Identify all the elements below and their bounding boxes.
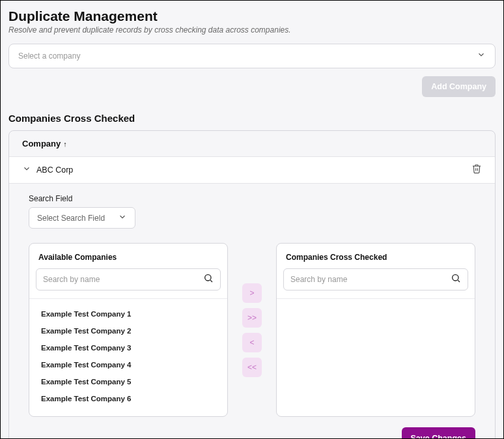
transfer-buttons: > >> < << — [242, 243, 262, 417]
move-all-right-button[interactable]: >> — [242, 308, 262, 328]
available-panel: Available Companies Example Test Company… — [29, 243, 228, 417]
list-item[interactable]: Example Test Company 2 — [29, 322, 227, 339]
chevron-down-icon[interactable] — [22, 164, 31, 176]
trash-icon[interactable] — [471, 163, 482, 177]
search-field-label: Search Field — [29, 194, 475, 203]
move-all-left-button[interactable]: << — [242, 358, 262, 377]
svg-line-1 — [210, 280, 212, 282]
page-title: Duplicate Management — [8, 8, 496, 24]
row-company-name: ABC Corp — [36, 165, 471, 175]
page-subtitle: Resolve and prevent duplicate records by… — [8, 25, 496, 35]
save-changes-button[interactable]: Save Changes — [402, 427, 475, 439]
search-icon — [203, 273, 214, 286]
chevron-down-icon — [477, 50, 486, 62]
available-list: Example Test Company 1 Example Test Comp… — [29, 298, 227, 416]
grid-header-company[interactable]: Company ↑ — [9, 131, 495, 156]
list-item[interactable]: Example Test Company 3 — [29, 339, 227, 356]
checked-search[interactable] — [283, 268, 468, 290]
search-field-placeholder: Select Search Field — [37, 214, 105, 223]
row-detail-pane: Search Field Select Search Field Availab… — [9, 184, 495, 439]
checked-title: Companies Cross Checked — [277, 244, 475, 268]
move-left-button[interactable]: < — [242, 333, 262, 352]
add-company-button[interactable]: Add Company — [422, 76, 496, 97]
available-search-input[interactable] — [43, 275, 203, 284]
table-row[interactable]: ABC Corp — [9, 156, 495, 184]
available-title: Available Companies — [29, 244, 227, 268]
list-item[interactable]: Example Test Company 5 — [29, 373, 227, 390]
checked-panel: Companies Cross Checked — [276, 243, 475, 417]
section-heading: Companies Cross Checked — [8, 113, 496, 124]
column-label: Company — [22, 139, 61, 149]
list-item[interactable]: Example Test Company 4 — [29, 356, 227, 373]
companies-grid: Company ↑ ABC Corp Search Field Select S… — [8, 130, 496, 439]
svg-line-3 — [458, 280, 460, 282]
sort-asc-icon: ↑ — [63, 140, 67, 148]
checked-search-input[interactable] — [290, 275, 451, 284]
available-search[interactable] — [36, 268, 221, 290]
move-right-button[interactable]: > — [242, 283, 262, 303]
company-select-placeholder: Select a company — [18, 51, 80, 61]
svg-point-2 — [453, 275, 458, 281]
search-field-select[interactable]: Select Search Field — [29, 207, 135, 229]
svg-point-0 — [205, 275, 211, 281]
search-icon — [451, 273, 461, 286]
checked-list — [277, 298, 475, 416]
company-select[interactable]: Select a company — [8, 44, 496, 68]
list-item[interactable]: Example Test Company 1 — [29, 305, 227, 322]
chevron-down-icon — [118, 212, 127, 223]
list-item[interactable]: Example Test Company 6 — [29, 390, 227, 407]
